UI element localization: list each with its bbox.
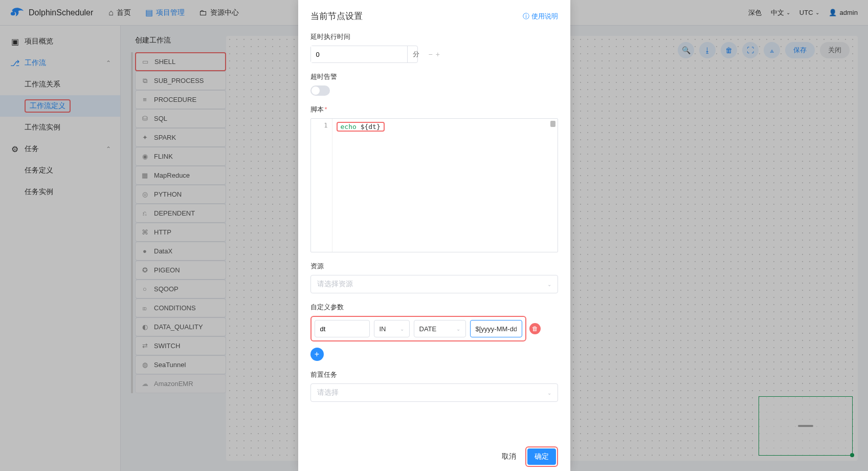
drawer-header: 当前节点设置 ⓘ 使用说明 (298, 0, 570, 26)
drawer-title: 当前节点设置 (310, 10, 363, 22)
node-settings-drawer: 当前节点设置 ⓘ 使用说明 延时执行时间 分 −+ 超时告警 脚本* 1 ech… (298, 0, 570, 26)
help-icon: ⓘ (523, 12, 529, 21)
help-link[interactable]: ⓘ 使用说明 (523, 12, 558, 21)
